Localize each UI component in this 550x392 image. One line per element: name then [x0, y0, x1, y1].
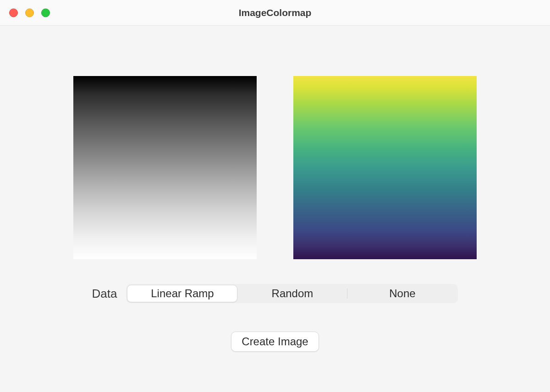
button-row: Create Image: [0, 332, 550, 352]
segment-linear-ramp[interactable]: Linear Ramp: [127, 285, 237, 302]
maximize-icon[interactable]: [41, 8, 50, 17]
minimize-icon[interactable]: [25, 8, 34, 17]
close-icon[interactable]: [9, 8, 18, 17]
grayscale-preview: [73, 76, 257, 259]
window-title: ImageColormap: [0, 7, 550, 18]
preview-row: [0, 26, 550, 259]
data-label: Data: [92, 287, 117, 301]
data-control-row: Data Linear Ramp Random None: [0, 284, 550, 303]
colormap-preview: [293, 76, 477, 259]
content-area: Data Linear Ramp Random None Create Imag…: [0, 26, 550, 392]
segment-random[interactable]: Random: [237, 285, 347, 302]
segment-none[interactable]: None: [347, 285, 457, 302]
window-traffic-lights: [9, 8, 50, 17]
titlebar: ImageColormap: [0, 0, 550, 26]
data-segmented-control[interactable]: Linear Ramp Random None: [126, 284, 458, 303]
create-image-button[interactable]: Create Image: [231, 332, 319, 352]
